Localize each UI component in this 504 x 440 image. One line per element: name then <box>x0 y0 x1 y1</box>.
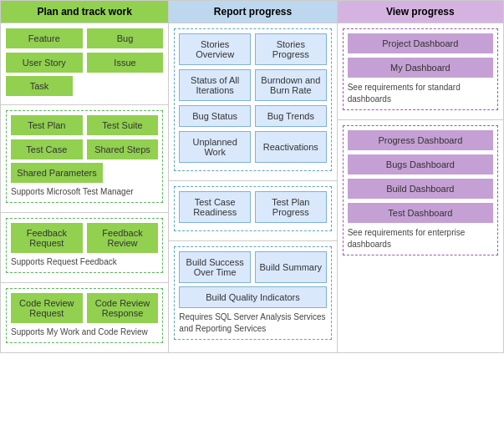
stories-overview-button[interactable]: Stories Overview <box>179 33 251 65</box>
build-summary-button[interactable]: Build Summary <box>255 251 327 283</box>
plan-section2-note: Supports Microsoft Test Manager <box>11 186 158 198</box>
view-section-1: Project Dashboard My Dashboard See requi… <box>338 23 503 120</box>
report-btn-grid-2: Test Case Readiness Test Plan Progress <box>179 191 326 223</box>
plan-section-3: Feedback Request Feedback Review Support… <box>1 213 168 283</box>
shared-steps-button[interactable]: Shared Steps <box>87 139 159 159</box>
plan-section4-note: Supports My Work and Code Review <box>11 326 158 338</box>
plan-section-1: Feature Bug User Story Issue Task <box>1 23 168 105</box>
progress-dashboard-button[interactable]: Progress Dashboard <box>348 130 493 150</box>
code-review-request-button[interactable]: Code Review Request <box>11 293 83 323</box>
report-column-header: Report progress <box>169 1 336 23</box>
build-quality-indicators-button[interactable]: Build Quality Indicators <box>179 286 326 308</box>
report-section1-dashed: Stories Overview Stories Progress Status… <box>174 28 331 171</box>
view-section1-dashed: Project Dashboard My Dashboard See requi… <box>343 28 498 110</box>
view-section2-dashed: Progress Dashboard Bugs Dashboard Build … <box>343 125 498 255</box>
unplanned-work-button[interactable]: Unplanned Work <box>179 131 251 163</box>
view-section-2: Progress Dashboard Bugs Dashboard Build … <box>338 120 503 352</box>
report-btn-grid-1: Stories Overview Stories Progress Status… <box>179 33 326 163</box>
issue-button[interactable]: Issue <box>87 53 164 73</box>
plan-btn-grid-task: Task <box>6 76 163 96</box>
view-column-header: View progress <box>338 1 503 23</box>
burndown-burn-rate-button[interactable]: Burndown and Burn Rate <box>255 69 327 101</box>
plan-section-4: Code Review Request Code Review Response… <box>1 283 168 352</box>
report-btn-grid-3: Build Success Over Time Build Summary <box>179 251 326 283</box>
report-header-label: Report progress <box>214 6 292 18</box>
report-section2-dashed: Test Case Readiness Test Plan Progress <box>174 186 331 231</box>
plan-column-header: Plan and track work <box>1 1 168 23</box>
plan-feedback-dashed: Feedback Request Feedback Review Support… <box>6 218 163 273</box>
plan-column: Plan and track work Feature Bug User Sto… <box>1 1 169 352</box>
test-case-button[interactable]: Test Case <box>11 139 83 159</box>
stories-progress-button[interactable]: Stories Progress <box>255 33 327 65</box>
report-column: Report progress Stories Overview Stories… <box>169 1 337 352</box>
test-case-readiness-button[interactable]: Test Case Readiness <box>179 191 251 223</box>
test-dashboard-button[interactable]: Test Dashboard <box>348 203 493 223</box>
plan-section-2: Test Plan Test Suite Test Case Shared St… <box>1 105 168 213</box>
build-dashboard-button[interactable]: Build Dashboard <box>348 179 493 199</box>
bug-button[interactable]: Bug <box>87 28 164 48</box>
plan-feedback-btn-grid: Feedback Request Feedback Review <box>11 223 158 253</box>
project-dashboard-button[interactable]: Project Dashboard <box>348 33 493 53</box>
report-section-1: Stories Overview Stories Progress Status… <box>169 23 336 181</box>
feedback-request-button[interactable]: Feedback Request <box>11 223 83 253</box>
test-plan-progress-button[interactable]: Test Plan Progress <box>255 191 327 223</box>
build-success-over-time-button[interactable]: Build Success Over Time <box>179 251 251 283</box>
user-story-button[interactable]: User Story <box>6 53 83 73</box>
report-section3-note: Requires SQL Server Analysis Services an… <box>179 311 326 335</box>
test-suite-button[interactable]: Test Suite <box>87 115 159 135</box>
report-btn-grid-4: Build Quality Indicators <box>179 286 326 308</box>
report-section-2: Test Case Readiness Test Plan Progress <box>169 181 336 241</box>
view-header-label: View progress <box>386 6 455 18</box>
view-section1-note: See requirements for standard dashboards <box>348 82 493 105</box>
task-button[interactable]: Task <box>6 76 73 96</box>
shared-params-button[interactable]: Shared Parameters <box>11 163 103 183</box>
feedback-review-button[interactable]: Feedback Review <box>87 223 159 253</box>
plan-codereview-btn-grid: Code Review Request Code Review Response <box>11 293 158 323</box>
bug-trends-button[interactable]: Bug Trends <box>255 105 327 127</box>
plan-test-dashed: Test Plan Test Suite Test Case Shared St… <box>6 110 163 203</box>
view-column: View progress Project Dashboard My Dashb… <box>338 1 503 352</box>
status-all-iterations-button[interactable]: Status of All Iterations <box>179 69 251 101</box>
reactivations-button[interactable]: Reactivations <box>255 131 327 163</box>
plan-test-btn-grid: Test Plan Test Suite Test Case Shared St… <box>11 115 158 159</box>
plan-codereview-dashed: Code Review Request Code Review Response… <box>6 288 163 343</box>
report-section-3: Build Success Over Time Build Summary Bu… <box>169 241 336 352</box>
plan-section3-note: Supports Request Feedback <box>11 256 158 268</box>
bug-status-button[interactable]: Bug Status <box>179 105 251 127</box>
plan-header-label: Plan and track work <box>37 6 131 18</box>
test-plan-button[interactable]: Test Plan <box>11 115 83 135</box>
bugs-dashboard-button[interactable]: Bugs Dashboard <box>348 154 493 174</box>
main-layout: Plan and track work Feature Bug User Sto… <box>0 0 504 353</box>
my-dashboard-button[interactable]: My Dashboard <box>348 58 493 78</box>
view-section2-note: See requirements for enterprise dashboar… <box>348 227 493 250</box>
shared-params-grid: Shared Parameters <box>11 163 158 183</box>
plan-btn-grid-1: Feature Bug User Story Issue <box>6 28 163 73</box>
report-section3-dashed: Build Success Over Time Build Summary Bu… <box>174 246 331 340</box>
feature-button[interactable]: Feature <box>6 28 83 48</box>
code-review-response-button[interactable]: Code Review Response <box>87 293 159 323</box>
